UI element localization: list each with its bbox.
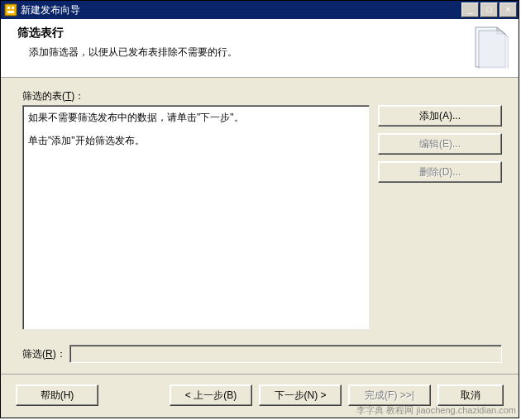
filter-display	[69, 345, 502, 363]
window-title: 新建发布向导	[21, 3, 461, 17]
maximize-button[interactable]: □	[480, 2, 498, 17]
finish-button: 完成(F) >>|	[348, 384, 431, 406]
filter-label: 筛选(R)：	[22, 347, 66, 361]
titlebar: 新建发布向导 _ □ ×	[1, 1, 519, 19]
svg-rect-2	[12, 7, 14, 9]
side-buttons: 添加(A)... 编辑(E)... 删除(D)...	[378, 105, 502, 330]
app-icon	[4, 3, 17, 17]
svg-rect-0	[5, 4, 17, 16]
next-button[interactable]: 下一步(N) >	[259, 384, 342, 406]
list-hint-1: 如果不需要筛选发布中的数据，请单击"下一步"。	[28, 109, 364, 126]
wizard-header-title: 筛选表行	[17, 26, 464, 41]
wizard-header: 筛选表行 添加筛选器，以便从已发布表排除不需要的行。	[1, 19, 519, 78]
list-hint-2: 单击"添加"开始筛选发布。	[28, 132, 364, 149]
cancel-button[interactable]: 取消	[437, 384, 504, 406]
tables-label: 筛选的表(T)：	[22, 89, 502, 103]
window-controls: _ □ ×	[461, 2, 517, 17]
svg-rect-1	[7, 7, 10, 9]
filtered-tables-list[interactable]: 如果不需要筛选发布中的数据，请单击"下一步"。 单击"添加"开始筛选发布。	[22, 105, 370, 330]
wizard-window: 新建发布向导 _ □ × 筛选表行 添加筛选器，以便从已发布表排除不需要的行。 …	[0, 0, 519, 418]
wizard-header-text: 筛选表行 添加筛选器，以便从已发布表排除不需要的行。	[17, 26, 464, 60]
svg-marker-6	[479, 31, 509, 69]
svg-rect-3	[7, 11, 14, 13]
filter-row: 筛选(R)：	[22, 345, 502, 363]
minimize-button[interactable]: _	[461, 2, 479, 17]
help-button[interactable]: 帮助(H)	[16, 384, 98, 406]
edit-button: 编辑(E)...	[378, 133, 502, 155]
mid-row: 如果不需要筛选发布中的数据，请单击"下一步"。 单击"添加"开始筛选发布。 添加…	[22, 105, 502, 330]
add-button[interactable]: 添加(A)...	[378, 105, 502, 126]
delete-button: 删除(D)...	[378, 161, 502, 183]
wizard-header-graphic	[472, 26, 509, 69]
wizard-footer: 帮助(H) < 上一步(B) 下一步(N) > 完成(F) >>| 取消	[1, 374, 519, 418]
close-button[interactable]: ×	[499, 2, 517, 17]
back-button[interactable]: < 上一步(B)	[170, 384, 252, 406]
wizard-body: 筛选的表(T)： 如果不需要筛选发布中的数据，请单击"下一步"。 单击"添加"开…	[1, 78, 519, 374]
wizard-header-subtitle: 添加筛选器，以便从已发布表排除不需要的行。	[17, 45, 464, 60]
